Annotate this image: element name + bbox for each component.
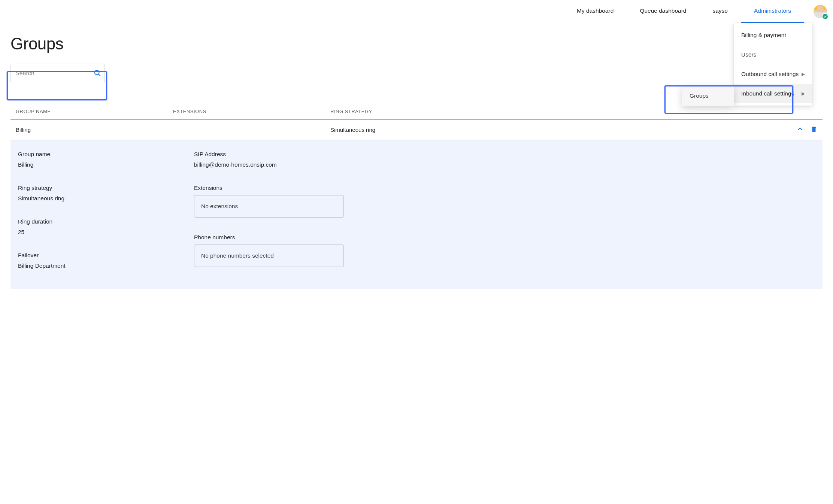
table-header-row: GROUP NAME EXTENSIONS RING STRATEGY (10, 104, 823, 119)
menu-label: Billing & payment (741, 32, 786, 39)
extensions-box[interactable]: No extensions (194, 195, 344, 218)
search-icon[interactable] (93, 69, 102, 78)
chevron-right-icon: ▶ (802, 91, 805, 96)
menu-billing-payment[interactable]: Billing & payment (734, 25, 812, 45)
page-body: Groups GROUP NAME EXTENSIONS RING STRATE… (0, 23, 833, 304)
col-header-group-name: GROUP NAME (16, 109, 173, 114)
label-group-name: Group name (18, 151, 190, 158)
phone-numbers-box[interactable]: No phone numbers selected (194, 245, 344, 267)
col-header-ring-strategy: RING STRATEGY (330, 109, 784, 114)
menu-label: Inbound call settings (741, 90, 794, 97)
label-phone-numbers: Phone numbers (194, 234, 815, 241)
details-left-column: Group name Billing Ring strategy Simulta… (18, 151, 190, 277)
label-ring-duration: Ring duration (18, 218, 190, 225)
avatar[interactable] (814, 5, 827, 18)
value-group-name: Billing (18, 161, 190, 168)
row-actions (784, 125, 817, 134)
nav-tabs: My dashboard Queue dashboard sayso Admin… (564, 0, 804, 23)
cell-ring-strategy: Simultaneous ring (330, 127, 784, 133)
page-title: Groups (10, 34, 823, 53)
top-nav: My dashboard Queue dashboard sayso Admin… (0, 0, 833, 23)
tab-sayso[interactable]: sayso (699, 0, 741, 23)
label-sip-address: SIP Address (194, 151, 815, 158)
svg-point-0 (95, 70, 99, 75)
label-ring-strategy: Ring strategy (18, 185, 190, 191)
col-header-extensions: EXTENSIONS (173, 109, 330, 114)
chevron-right-icon: ▶ (802, 72, 805, 77)
menu-label: Outbound call settings (741, 71, 799, 78)
menu-inbound-call-settings[interactable]: Inbound call settings ▶ (734, 84, 812, 103)
search-box[interactable] (10, 64, 105, 83)
tab-my-dashboard[interactable]: My dashboard (564, 0, 627, 23)
administrators-dropdown: Billing & payment Users Outbound call se… (734, 23, 812, 106)
tab-administrators[interactable]: Administrators (741, 0, 804, 23)
label-extensions: Extensions (194, 185, 815, 191)
tab-queue-dashboard[interactable]: Queue dashboard (627, 0, 699, 23)
search-input[interactable] (15, 70, 90, 77)
menu-outbound-call-settings[interactable]: Outbound call settings ▶ (734, 64, 812, 84)
details-right-column: SIP Address billing@demo-homes.onsip.com… (194, 151, 815, 277)
menu-label: Users (741, 51, 756, 58)
delete-icon[interactable] (811, 125, 817, 134)
value-ring-strategy: Simultaneous ring (18, 195, 190, 202)
label-failover: Failover (18, 252, 190, 259)
value-failover: Billing Department (18, 262, 190, 269)
value-ring-duration: 25 (18, 229, 190, 236)
group-details-panel: Group name Billing Ring strategy Simulta… (10, 140, 823, 289)
inbound-submenu: Groups (682, 86, 734, 106)
cell-group-name: Billing (16, 127, 173, 133)
collapse-icon[interactable] (796, 125, 804, 134)
svg-line-1 (99, 74, 100, 75)
presence-badge-icon (822, 13, 829, 20)
value-sip-address: billing@demo-homes.onsip.com (194, 161, 815, 168)
groups-table: GROUP NAME EXTENSIONS RING STRATEGY Bill… (10, 104, 823, 289)
menu-users[interactable]: Users (734, 45, 812, 64)
table-row[interactable]: Billing Simultaneous ring (10, 119, 823, 140)
submenu-item-groups[interactable]: Groups (682, 86, 734, 106)
